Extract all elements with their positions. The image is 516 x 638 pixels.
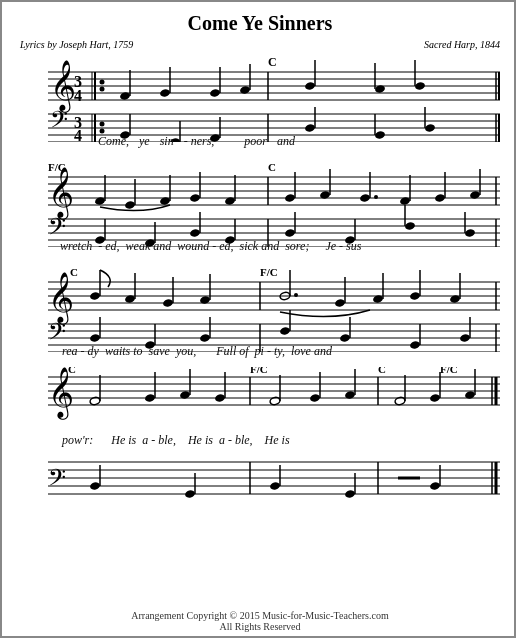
svg-point-51: [304, 123, 315, 132]
svg-point-173: [144, 393, 155, 402]
lyric-jesus: Je - sus: [325, 239, 361, 254]
svg-point-69: [189, 193, 200, 202]
lyric-full: Full of: [216, 344, 248, 359]
lyric-save: save: [149, 344, 170, 359]
staff-svg-3: 𝄞: [20, 262, 500, 352]
svg-point-136: [409, 291, 420, 300]
lyric-he2: He is: [188, 433, 213, 448]
system-4: 𝄞: [20, 367, 500, 504]
lyric-and: and: [277, 134, 295, 149]
svg-point-110: [404, 221, 415, 230]
lyric-love: love and: [291, 344, 332, 359]
lyric-ed: - ed,: [98, 239, 119, 254]
svg-text:F/C: F/C: [48, 161, 66, 173]
svg-text:𝄢: 𝄢: [50, 107, 68, 138]
svg-point-211: [184, 489, 195, 498]
lyric-he3: He is: [265, 433, 290, 448]
system-1: 𝄞 3 4: [20, 52, 500, 149]
lyrics-credit: Lyrics by Joseph Hart, 1759: [20, 39, 133, 50]
svg-text:F/C: F/C: [250, 367, 268, 375]
lyric-come: Come,: [98, 134, 129, 149]
svg-point-209: [89, 481, 100, 490]
lyric-powr: pow'r:: [62, 433, 93, 448]
svg-text:4: 4: [74, 127, 82, 142]
svg-text:𝄞: 𝄞: [50, 60, 76, 113]
svg-point-65: [124, 200, 135, 209]
lyric-able1: a - ble,: [142, 433, 176, 448]
svg-text:𝄢: 𝄢: [48, 465, 66, 496]
svg-point-80: [374, 195, 378, 199]
page-title: Come Ye Sinners: [20, 12, 500, 35]
svg-point-83: [434, 193, 445, 202]
lyric-you: you,: [176, 344, 196, 359]
svg-point-102: [189, 228, 200, 237]
svg-point-151: [89, 333, 100, 342]
svg-text:C: C: [378, 367, 386, 375]
lyric-he1: He is: [111, 433, 136, 448]
lyric-ye: ye: [139, 134, 150, 149]
svg-point-12: [100, 87, 105, 92]
svg-point-155: [199, 333, 210, 342]
svg-text:F/C: F/C: [440, 367, 458, 375]
svg-point-159: [339, 333, 350, 342]
svg-point-124: [162, 298, 173, 307]
svg-text:4: 4: [74, 87, 82, 104]
svg-point-215: [344, 489, 355, 498]
svg-point-189: [429, 393, 440, 402]
lyric-ners: - ners,: [184, 134, 215, 149]
lyric-wound: wound - ed,: [177, 239, 233, 254]
lyric-wretch: wretch: [60, 239, 92, 254]
svg-point-106: [284, 228, 295, 237]
svg-point-74: [284, 193, 295, 202]
svg-text:F/C: F/C: [260, 266, 278, 278]
svg-point-218: [429, 481, 440, 490]
svg-text:𝄞: 𝄞: [48, 272, 74, 325]
staff-svg-1: 𝄞 3 4: [20, 52, 500, 142]
svg-point-132: [334, 298, 345, 307]
music-credit: Sacred Harp, 1844: [424, 39, 500, 50]
svg-point-157: [279, 326, 290, 335]
svg-point-131: [294, 293, 298, 297]
lyric-waits: waits to: [105, 344, 143, 359]
system-2: 𝄞: [20, 157, 500, 254]
svg-point-11: [100, 80, 105, 85]
svg-text:C: C: [70, 266, 78, 278]
page: Come Ye Sinners Lyrics by Joseph Hart, 1…: [2, 2, 516, 638]
svg-point-19: [209, 88, 220, 97]
svg-point-78: [359, 193, 370, 202]
footer-line1: Arrangement Copyright © 2015 Music-for-M…: [2, 610, 516, 621]
svg-point-17: [159, 88, 170, 97]
footer: Arrangement Copyright © 2015 Music-for-M…: [2, 610, 516, 632]
svg-point-163: [459, 333, 470, 342]
svg-point-177: [214, 393, 225, 402]
svg-point-112: [464, 228, 475, 237]
svg-point-23: [304, 81, 315, 90]
lyric-ready: rea - dy: [62, 344, 99, 359]
staff-svg-2: 𝄞: [20, 157, 500, 247]
bass-staff-svg-4: 𝄢: [20, 452, 500, 504]
svg-point-27: [414, 81, 425, 90]
system-3: 𝄞: [20, 262, 500, 359]
svg-point-182: [309, 393, 320, 402]
meta-row: Lyrics by Joseph Hart, 1759 Sacred Harp,…: [20, 39, 500, 50]
svg-text:C: C: [68, 367, 76, 375]
lyric-able2: a - ble,: [219, 433, 253, 448]
lyric-sick: sick and: [240, 239, 280, 254]
svg-point-213: [269, 481, 280, 490]
lyric-poor: poor: [244, 134, 267, 149]
svg-point-41: [100, 122, 105, 127]
lyric-weak: weak and: [126, 239, 172, 254]
svg-point-42: [100, 129, 105, 134]
svg-text:C: C: [268, 55, 277, 69]
lyric-sore: sore;: [285, 239, 309, 254]
lyric-sin: sin: [160, 134, 174, 149]
staff-svg-4: 𝄞: [20, 367, 500, 437]
svg-text:𝄞: 𝄞: [48, 167, 74, 220]
svg-text:C: C: [268, 161, 276, 173]
lyric-pity: pi - ty,: [255, 344, 285, 359]
footer-line2: All Rights Reserved: [2, 621, 516, 632]
svg-point-55: [424, 123, 435, 132]
svg-point-120: [89, 291, 100, 300]
